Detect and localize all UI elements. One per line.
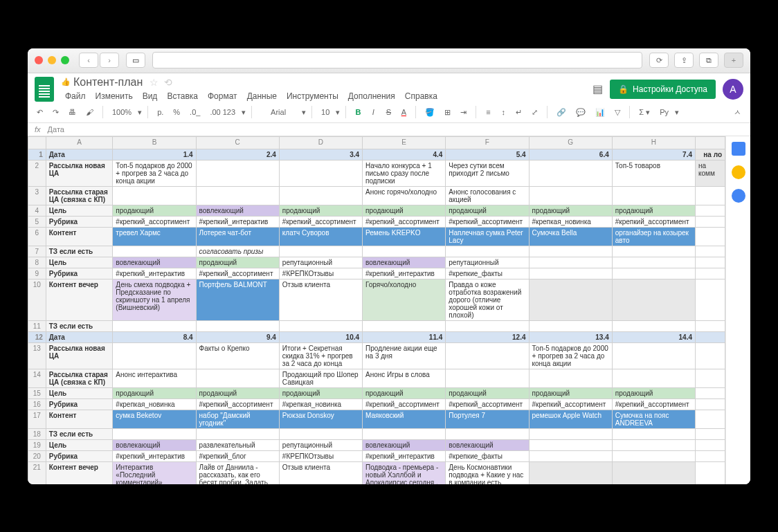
cell[interactable] xyxy=(363,320,446,331)
cell[interactable] xyxy=(696,246,725,257)
col-header[interactable]: F xyxy=(446,136,529,149)
cell[interactable] xyxy=(696,410,725,428)
row-header[interactable]: 21 xyxy=(28,461,46,484)
link-button[interactable]: 🔗 xyxy=(553,106,570,119)
cell[interactable]: продающий xyxy=(446,387,529,398)
cell[interactable] xyxy=(612,186,695,205)
cell[interactable] xyxy=(696,268,725,279)
cell[interactable]: продающий xyxy=(196,387,279,398)
cell[interactable]: #крепкий_интерактив xyxy=(113,450,196,461)
cell[interactable]: развлекательный xyxy=(196,439,279,450)
cell[interactable]: #крепкий_ассортимент xyxy=(363,216,446,227)
cell[interactable]: продающий xyxy=(363,387,446,398)
cell[interactable] xyxy=(612,342,695,369)
row-header[interactable]: 1 xyxy=(28,149,46,160)
col-header[interactable]: B xyxy=(113,136,196,149)
cell[interactable] xyxy=(113,246,196,257)
cell[interactable]: #крепкий_ассортимент xyxy=(279,216,362,227)
cell[interactable] xyxy=(113,342,196,369)
fill-color-button[interactable]: 🪣 xyxy=(422,106,438,119)
col-header[interactable] xyxy=(696,136,725,149)
cell[interactable]: согласовать призы xyxy=(196,246,279,257)
cell[interactable]: #крепкая_новинка xyxy=(279,398,362,410)
cell[interactable]: Рубрика xyxy=(46,216,113,227)
cell[interactable]: Топ-5 подарков до 2000 + прогрев за 2 ча… xyxy=(529,342,612,369)
cell[interactable]: ТЗ если есть xyxy=(46,428,113,439)
row-header[interactable]: 14 xyxy=(28,369,46,387)
cell[interactable] xyxy=(279,320,362,331)
minimize-icon[interactable] xyxy=(48,56,56,64)
rotate-button[interactable]: ⤢ xyxy=(528,106,541,119)
cell[interactable]: Топ-5 товаров xyxy=(612,160,695,186)
cell[interactable]: продающий xyxy=(113,387,196,398)
cell[interactable]: День Космонавтики подводка + Какие у нас… xyxy=(446,461,529,484)
cell[interactable]: #крепкий_интерактив xyxy=(196,216,279,227)
cell[interactable] xyxy=(529,439,612,450)
row-header[interactable]: 9 xyxy=(28,268,46,279)
cell[interactable] xyxy=(529,450,612,461)
cell[interactable] xyxy=(279,428,362,439)
cell[interactable]: Рассылка старая ЦА (связка с КП) xyxy=(46,186,113,205)
cell[interactable] xyxy=(696,186,725,205)
share-button[interactable]: 🔒 Настройки Доступа xyxy=(610,80,716,99)
cell[interactable] xyxy=(696,398,725,410)
cell[interactable]: Рассылка новая ЦА xyxy=(46,342,113,369)
row-header[interactable]: 15 xyxy=(28,387,46,398)
row-header[interactable]: 3 xyxy=(28,186,46,205)
font-size[interactable]: 10 xyxy=(318,106,333,118)
cell[interactable]: продающий xyxy=(279,387,362,398)
cell[interactable] xyxy=(196,320,279,331)
cell[interactable]: #крепкие_факты xyxy=(446,268,529,279)
cell[interactable] xyxy=(696,279,725,320)
move-icon[interactable]: ⟲ xyxy=(164,77,172,88)
cell[interactable]: Анонс интерактива xyxy=(113,369,196,387)
strike-button[interactable]: S xyxy=(382,106,395,118)
cell[interactable] xyxy=(529,246,612,257)
cell[interactable]: Ремень KREPKO xyxy=(363,227,446,246)
row-header[interactable]: 16 xyxy=(28,398,46,410)
cell[interactable] xyxy=(529,279,612,320)
cell[interactable] xyxy=(279,160,362,186)
cell[interactable]: продающий xyxy=(363,205,446,216)
cell[interactable] xyxy=(196,428,279,439)
cell[interactable]: продающий xyxy=(612,387,695,398)
cell[interactable]: Анонс голосования с акцией xyxy=(446,186,529,205)
cell[interactable] xyxy=(363,246,446,257)
cell[interactable]: Отзыв клиента xyxy=(279,279,362,320)
select-all-cell[interactable] xyxy=(28,136,46,149)
halign-button[interactable]: ≡ xyxy=(482,106,494,118)
text-color-button[interactable]: A xyxy=(397,106,410,118)
cell[interactable]: Анонс горячо/холодно xyxy=(363,186,446,205)
back-button[interactable]: ‹ xyxy=(79,53,98,68)
cell[interactable] xyxy=(113,320,196,331)
cell[interactable]: Факты о Крепко xyxy=(196,342,279,369)
italic-button[interactable]: I xyxy=(367,106,379,118)
row-header[interactable]: 7 xyxy=(28,246,46,257)
cell[interactable] xyxy=(363,428,446,439)
cell[interactable]: продающий xyxy=(529,387,612,398)
cell[interactable]: вовлекающий xyxy=(113,439,196,450)
cell[interactable]: 1.4 xyxy=(113,149,196,160)
cell[interactable] xyxy=(529,461,612,484)
cell[interactable] xyxy=(529,268,612,279)
col-header[interactable]: D xyxy=(279,136,362,149)
doc-title[interactable]: Контент-план xyxy=(73,76,143,89)
row-header[interactable]: 17 xyxy=(28,410,46,428)
cell[interactable] xyxy=(696,257,725,268)
cell[interactable]: Рубрика xyxy=(46,398,113,410)
cell[interactable]: продающий xyxy=(279,205,362,216)
cell[interactable]: Контент вечер xyxy=(46,279,113,320)
cell[interactable]: Контент вечер xyxy=(46,461,113,484)
cell[interactable]: репутационный xyxy=(446,257,529,268)
sheets-icon[interactable] xyxy=(35,77,54,102)
cell[interactable]: 4.4 xyxy=(363,149,446,160)
cell[interactable]: Горячо/холодно xyxy=(363,279,446,320)
percent-button[interactable]: % xyxy=(170,106,183,118)
cell[interactable]: Правда о коже отработка возражений дорог… xyxy=(446,279,529,320)
cell[interactable] xyxy=(696,216,725,227)
cell[interactable]: ТЗ если есть xyxy=(46,246,113,257)
cell[interactable]: 10.4 xyxy=(279,331,362,342)
filter-button[interactable]: ▽ xyxy=(611,106,624,119)
merge-button[interactable]: ⇥ xyxy=(457,106,470,119)
collapse-toolbar[interactable]: ㅅ xyxy=(730,105,745,120)
